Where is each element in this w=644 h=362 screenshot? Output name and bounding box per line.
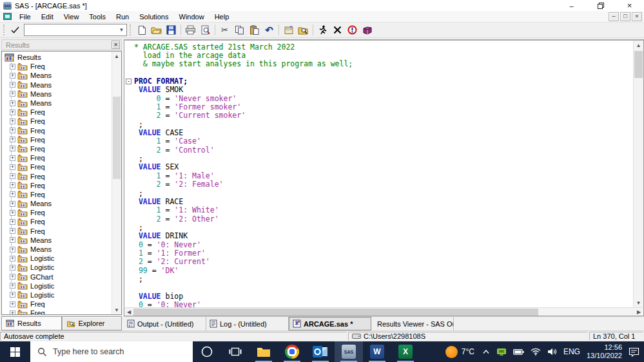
- battery-icon[interactable]: [513, 348, 524, 356]
- minimize-button[interactable]: –: [557, 0, 586, 11]
- tree-item-freq-7[interactable]: + Freq: [3, 126, 112, 135]
- code-line[interactable]: 2 = 'Control': [126, 146, 633, 154]
- code-line[interactable]: 0 = 'Never smoker': [126, 94, 633, 102]
- tree-root-results[interactable]: Results: [3, 53, 112, 62]
- task-view-button[interactable]: [221, 341, 249, 362]
- print-preview-button[interactable]: [198, 23, 213, 37]
- code-line[interactable]: 1 = '1: Male': [126, 171, 633, 180]
- expand-plus-icon[interactable]: +: [10, 164, 15, 170]
- tab-results[interactable]: Results: [1, 316, 62, 330]
- toolbar-grip2[interactable]: [130, 24, 132, 35]
- expand-plus-icon[interactable]: +: [10, 119, 15, 124]
- code-line[interactable]: ;: [126, 120, 633, 128]
- editor-vscrollbar[interactable]: ▲ ▼: [633, 41, 643, 307]
- file-explorer-button[interactable]: [249, 341, 278, 362]
- cortana-button[interactable]: [193, 341, 221, 362]
- code-line[interactable]: 99 = 'DK': [126, 266, 633, 274]
- cut-button[interactable]: ✂: [217, 23, 232, 37]
- code-line[interactable]: VALUE SEX: [126, 163, 633, 171]
- help-button[interactable]: [360, 23, 375, 37]
- new-file-button[interactable]: [134, 23, 149, 37]
- chevron-down-icon[interactable]: ▼: [117, 24, 126, 35]
- tree-item-freq-9[interactable]: + Freq: [3, 144, 112, 153]
- scroll-up-icon[interactable]: ▲: [112, 52, 121, 61]
- tree-item-freq-0[interactable]: + Freq: [3, 62, 112, 71]
- clock[interactable]: 12:56 13/10/2022: [587, 343, 622, 360]
- tab-output[interactable]: Output - (Untitled): [124, 317, 206, 330]
- code-line[interactable]: ;: [126, 274, 633, 283]
- code-line[interactable]: 0 = '0: Never': [126, 300, 633, 307]
- sas-taskbar-button[interactable]: SAS: [335, 341, 363, 362]
- editor-hscrollbar[interactable]: ◀ ▶: [124, 307, 644, 316]
- menu-item-window[interactable]: Window: [174, 12, 210, 22]
- chevron-up-icon[interactable]: [482, 348, 490, 355]
- expand-plus-icon[interactable]: +: [10, 191, 15, 197]
- scroll-right-icon[interactable]: ▶: [634, 308, 643, 316]
- tree-item-means-15[interactable]: + Means: [3, 199, 112, 208]
- code-line[interactable]: * ARCAGE.SAS started 21st March 2022: [126, 43, 633, 51]
- menu-item-view[interactable]: View: [59, 12, 84, 22]
- code-line[interactable]: [126, 68, 633, 77]
- collapse-minus-icon[interactable]: -: [126, 79, 132, 84]
- expand-plus-icon[interactable]: +: [10, 265, 15, 271]
- tab-log[interactable]: Log - (Untitled): [206, 317, 289, 330]
- tree-item-freq-17[interactable]: + Freq: [3, 217, 112, 226]
- expand-plus-icon[interactable]: +: [10, 210, 15, 216]
- expand-plus-icon[interactable]: +: [10, 301, 15, 307]
- results-tree-items[interactable]: Results + Freq + Means +: [2, 52, 112, 314]
- tree-item-freq-12[interactable]: + Freq: [3, 171, 112, 180]
- language-indicator[interactable]: ENG: [563, 347, 580, 356]
- tree-item-freq-27[interactable]: + Freq: [3, 309, 112, 314]
- explorer-button[interactable]: [296, 23, 311, 37]
- expand-plus-icon[interactable]: +: [10, 237, 15, 243]
- tree-item-freq-26[interactable]: + Freq: [3, 300, 112, 309]
- undo-button[interactable]: ↶: [262, 23, 277, 37]
- expand-plus-icon[interactable]: +: [10, 155, 15, 161]
- excel-button[interactable]: X: [391, 341, 420, 362]
- expand-plus-icon[interactable]: +: [10, 173, 15, 179]
- wifi-icon[interactable]: [531, 348, 541, 356]
- tree-item-freq-16[interactable]: + Freq: [3, 208, 112, 217]
- menu-item-file[interactable]: File: [14, 12, 36, 22]
- tree-item-freq-6[interactable]: + Freq: [3, 117, 112, 126]
- expand-plus-icon[interactable]: +: [10, 247, 15, 252]
- print-button[interactable]: [183, 23, 198, 37]
- outlook-button[interactable]: [306, 341, 335, 362]
- save-button[interactable]: [164, 23, 179, 37]
- expand-plus-icon[interactable]: +: [10, 182, 15, 188]
- tab-results-viewer[interactable]: Results Viewer - SAS Ou...: [371, 317, 454, 330]
- mdi-restore-button[interactable]: □: [620, 12, 630, 21]
- code-line[interactable]: 2 = 'Current smoker': [126, 111, 633, 120]
- expand-plus-icon[interactable]: +: [10, 137, 15, 142]
- expand-plus-icon[interactable]: +: [10, 82, 15, 88]
- chrome-button[interactable]: [278, 341, 306, 362]
- mdi-minimize-button[interactable]: –: [609, 12, 619, 21]
- close-button[interactable]: ×: [615, 0, 644, 11]
- code-line[interactable]: VALUE SMOK: [126, 86, 633, 94]
- tree-item-means-3[interactable]: + Means: [3, 90, 112, 99]
- expand-plus-icon[interactable]: +: [10, 64, 15, 70]
- code-line[interactable]: 1 = 'Case': [126, 137, 633, 146]
- tree-item-freq-11[interactable]: + Freq: [3, 162, 112, 171]
- expand-plus-icon[interactable]: +: [10, 100, 15, 106]
- code-line[interactable]: 0 = '0: Never': [126, 240, 633, 249]
- code-line[interactable]: 2 = '2: Other': [126, 214, 633, 223]
- toolbar-grip[interactable]: [3, 24, 5, 35]
- expand-plus-icon[interactable]: +: [10, 73, 15, 79]
- command-combobox[interactable]: ▼: [24, 24, 127, 36]
- paste-button[interactable]: [247, 23, 262, 37]
- expand-plus-icon[interactable]: +: [10, 283, 15, 289]
- code-line[interactable]: 1 = '1: Former': [126, 249, 633, 257]
- tree-item-means-4[interactable]: + Means: [3, 99, 112, 108]
- weather-widget[interactable]: 7°C: [445, 346, 476, 358]
- tree-item-logistic-25[interactable]: + Logistic: [3, 291, 112, 300]
- hscroll-thumb[interactable]: [133, 309, 538, 316]
- code-line[interactable]: 2 = '2: Female': [126, 180, 633, 189]
- tree-item-freq-13[interactable]: + Freq: [3, 181, 112, 190]
- tree-scrollbar[interactable]: ▲ ▼: [112, 52, 121, 314]
- command-check-button[interactable]: [8, 23, 23, 37]
- tree-scroll-thumb[interactable]: [113, 97, 121, 179]
- speaker-icon[interactable]: [547, 348, 557, 356]
- panel-close-icon[interactable]: ✕: [112, 41, 120, 49]
- tree-item-freq-8[interactable]: + Freq: [3, 135, 112, 144]
